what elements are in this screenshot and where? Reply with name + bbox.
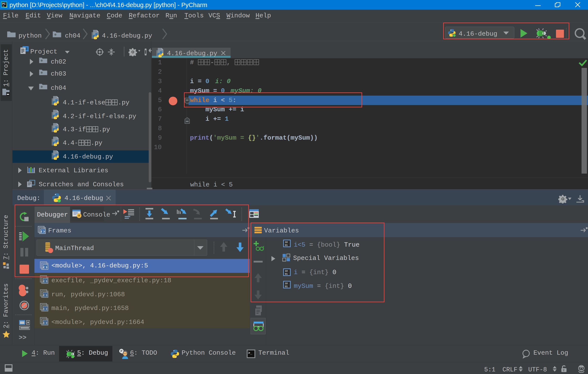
svg-text:T: T — [563, 369, 565, 372]
